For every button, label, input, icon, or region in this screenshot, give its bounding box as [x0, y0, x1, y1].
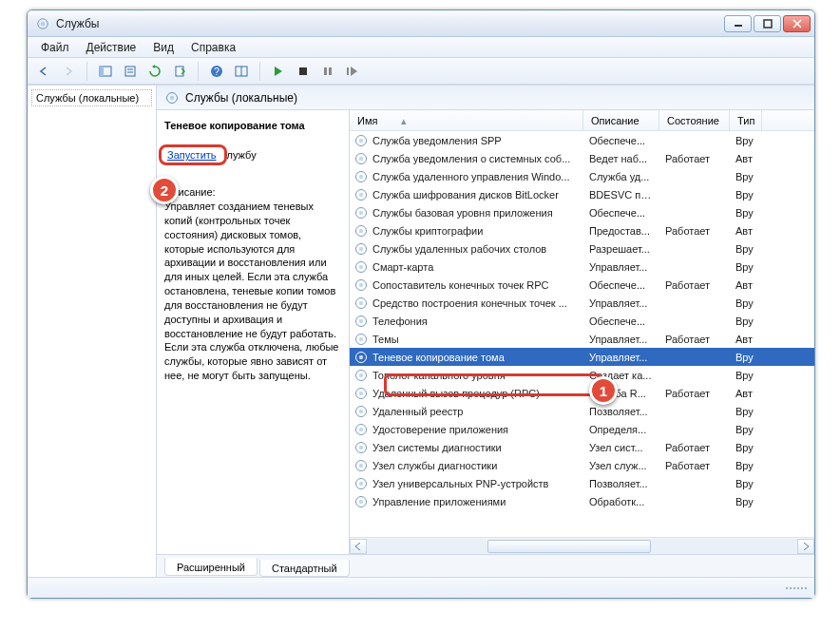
- svg-point-49: [359, 373, 363, 376]
- service-name: Смарт-карта: [372, 261, 433, 273]
- gear-icon: [353, 223, 369, 239]
- service-state: Работает: [659, 442, 730, 453]
- table-row[interactable]: Узел службы диагностикиУзел служ...Работ…: [350, 456, 814, 474]
- table-row[interactable]: Служба уведомления о системных соб...Вед…: [350, 149, 814, 167]
- service-name: Узел системы диагностики: [372, 442, 502, 453]
- gear-icon: [353, 368, 369, 383]
- tab-extended[interactable]: Расширенный: [164, 558, 258, 576]
- scroll-thumb[interactable]: [487, 540, 651, 553]
- app-gear-icon: [35, 16, 50, 31]
- col-type[interactable]: Тип: [730, 110, 762, 130]
- detail-pane: Теневое копирование тома Запустить лужбу…: [157, 110, 350, 554]
- tree-item-services-local[interactable]: Службы (локальные): [31, 89, 152, 106]
- table-row[interactable]: Служба уведомления SPPОбеспече...Вру: [350, 131, 814, 149]
- svg-rect-17: [324, 67, 327, 75]
- restart-service-button[interactable]: [342, 61, 363, 82]
- gear-icon: [353, 440, 369, 455]
- gear-icon: [353, 458, 369, 473]
- stop-service-button[interactable]: [293, 61, 314, 82]
- forward-button[interactable]: [58, 61, 79, 82]
- start-service-button[interactable]: [268, 61, 289, 82]
- table-row[interactable]: Удостоверение приложенияОпределя...Вру: [350, 420, 814, 438]
- svg-text:?: ?: [214, 67, 220, 77]
- table-row[interactable]: ТемыУправляет...РаботаетАвт: [350, 330, 814, 348]
- minimize-button[interactable]: [724, 15, 752, 32]
- hscrollbar[interactable]: [350, 537, 814, 554]
- gear-icon: [353, 187, 369, 202]
- help-button[interactable]: ?: [206, 61, 227, 82]
- export-list-button[interactable]: [169, 61, 190, 82]
- service-name: Службы удаленных рабочих столов: [372, 243, 546, 255]
- table-row[interactable]: Удаленный реестрПозволяет...Вру: [350, 402, 814, 420]
- service-desc: Позволяет...: [583, 478, 659, 489]
- scroll-right-icon[interactable]: [797, 539, 814, 554]
- start-link-highlight: Запустить: [159, 144, 227, 165]
- table-row[interactable]: Служба шифрования дисков BitLockerBDESVC…: [350, 185, 814, 203]
- table-row[interactable]: ТелефонияОбеспече...Вру: [350, 312, 814, 330]
- svg-point-41: [359, 300, 363, 304]
- service-name: Управление приложениями: [372, 496, 506, 507]
- service-desc: Предостав...: [583, 225, 659, 237]
- gear-icon: [353, 350, 369, 365]
- tab-standard[interactable]: Стандартный: [259, 560, 350, 577]
- service-type: Вру: [730, 460, 762, 471]
- service-name: Сопоставитель конечных точек RPC: [372, 279, 548, 291]
- service-type: Вру: [730, 243, 762, 255]
- svg-point-39: [359, 282, 363, 286]
- col-state[interactable]: Состояние: [659, 110, 730, 130]
- service-state: Работает: [659, 153, 730, 164]
- service-state: Работает: [659, 225, 730, 237]
- table-row[interactable]: Узел универсальных PNP-устройствПозволяе…: [350, 474, 814, 492]
- service-desc: Ведет наб...: [583, 153, 659, 164]
- service-name: Службы базовая уровня приложения: [372, 207, 553, 219]
- table-row[interactable]: Управление приложениямиОбработк...Вру: [350, 492, 814, 510]
- columns-header: Имя ▴ Описание Состояние Тип: [350, 110, 814, 131]
- menu-view[interactable]: Вид: [145, 39, 181, 56]
- back-button[interactable]: [33, 61, 54, 82]
- col-description[interactable]: Описание: [583, 110, 659, 130]
- resize-grip-icon[interactable]: [786, 587, 807, 589]
- table-row[interactable]: Средство построения конечных точек ...Уп…: [350, 294, 814, 312]
- svg-point-53: [359, 409, 363, 412]
- console-tree-button[interactable]: [231, 61, 252, 82]
- description-text: Управляет созданием теневых копий (контр…: [164, 200, 341, 383]
- start-service-link[interactable]: Запустить: [165, 148, 219, 162]
- pause-service-button[interactable]: [317, 61, 338, 82]
- table-row[interactable]: Смарт-картаУправляет...Вру: [350, 258, 814, 276]
- gear-icon: [353, 151, 369, 166]
- table-row[interactable]: Удаленный вызов процедур (RPC)Служба R..…: [350, 384, 814, 402]
- service-name: Удаленный вызов процедур (RPC): [372, 388, 540, 399]
- close-button[interactable]: [783, 15, 811, 32]
- menu-help[interactable]: Справка: [183, 39, 243, 56]
- menu-file[interactable]: Файл: [33, 39, 77, 56]
- service-name: Служба шифрования дисков BitLocker: [372, 189, 559, 201]
- scroll-left-icon[interactable]: [350, 539, 367, 554]
- svg-point-25: [359, 156, 363, 160]
- table-row[interactable]: Службы криптографииПредостав...РаботаетА…: [350, 221, 814, 239]
- service-desc: Управляет...: [583, 352, 659, 363]
- service-type: Вру: [730, 207, 762, 219]
- maximize-button[interactable]: [754, 15, 781, 32]
- service-type: Авт: [730, 388, 762, 399]
- col-name[interactable]: Имя ▴: [350, 110, 583, 130]
- menu-action[interactable]: Действие: [79, 39, 144, 56]
- gear-icon: [353, 133, 369, 148]
- table-row[interactable]: Узел системы диагностикиУзел сист...Рабо…: [350, 438, 814, 456]
- service-name: Средство построения конечных точек ...: [372, 297, 567, 309]
- table-row[interactable]: Сопоставитель конечных точек RPCОбеспече…: [350, 276, 814, 294]
- show-hide-tree-button[interactable]: [95, 61, 116, 82]
- pane-header: Службы (локальные): [157, 86, 814, 110]
- svg-rect-7: [100, 67, 104, 76]
- service-type: Вру: [730, 171, 762, 182]
- table-row[interactable]: Теневое копирование томаУправляет...Вру: [350, 348, 814, 366]
- table-row[interactable]: Служба удаленного управления Windo...Слу…: [350, 167, 814, 185]
- service-type: Вру: [730, 297, 762, 309]
- properties-button[interactable]: [120, 61, 141, 82]
- svg-point-23: [359, 138, 363, 142]
- table-row[interactable]: Службы базовая уровня приложенияОбеспече…: [350, 203, 814, 221]
- svg-point-27: [359, 174, 363, 178]
- refresh-button[interactable]: [144, 61, 165, 82]
- svg-rect-8: [125, 67, 135, 76]
- table-row[interactable]: Службы удаленных рабочих столовРазрешает…: [350, 239, 814, 258]
- table-row[interactable]: Тополог канального уровняСоздает ка...Вр…: [350, 366, 814, 384]
